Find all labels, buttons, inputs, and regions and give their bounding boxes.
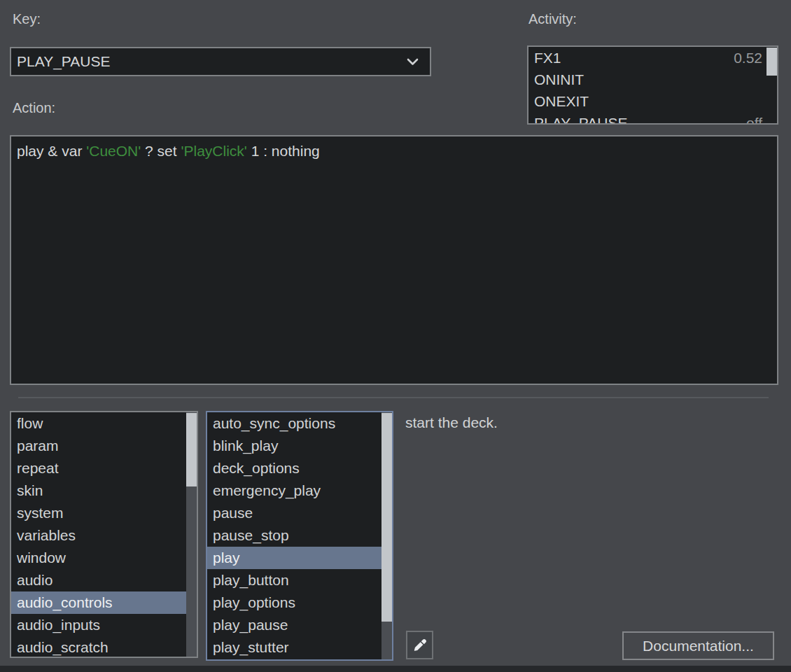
category-list-item-selected[interactable]: audio_controls [11,592,186,614]
category-list-item[interactable]: audio_inputs [11,614,186,636]
activity-key-value: 0.52 [734,47,762,69]
command-description: start the deck. [405,414,498,431]
category-scrollbar-thumb[interactable] [186,413,197,486]
command-list[interactable]: auto_sync_optionsblink_playdeck_optionse… [206,411,393,661]
command-list-rows: auto_sync_optionsblink_playdeck_optionse… [207,412,382,659]
key-label: Key: [13,11,41,27]
command-list-item[interactable]: play_options [207,592,382,614]
eyedropper-icon [412,638,428,653]
activity-rows: FX10.52ONINITONEXITPLAY_PAUSEoff [528,47,766,125]
command-list-item[interactable]: blink_play [207,435,382,457]
command-list-item[interactable]: play_button [207,569,382,592]
command-list-item-selected[interactable]: play [207,547,382,569]
category-list-item[interactable]: param [11,435,186,457]
category-list-item[interactable]: window [11,547,186,569]
activity-row[interactable]: PLAY_PAUSEoff [528,112,766,125]
activity-row[interactable]: ONINIT [528,69,766,90]
command-list-item[interactable]: deck_options [207,457,382,479]
category-scrollbar[interactable] [186,412,197,657]
activity-key-value: off [746,112,762,125]
action-token-string: 'CueON' [86,143,141,159]
command-list-item[interactable]: auto_sync_options [207,412,382,435]
key-select-value: PLAY_PAUSE [17,53,110,70]
action-token-plain: ? set [141,143,181,159]
category-list-item[interactable]: audio_scratch [11,636,186,658]
command-scrollbar-thumb[interactable] [382,413,392,622]
action-token-plain: play & var [17,143,86,159]
documentation-button-label: Documentation... [643,638,754,654]
category-list-rows: flowparamrepeatskinsystemvariableswindow… [11,412,186,658]
activity-row[interactable]: ONEXIT [528,90,766,112]
category-list-item[interactable]: variables [11,524,186,547]
activity-scrollbar-thumb[interactable] [766,48,777,76]
activity-row[interactable]: FX10.52 [528,47,766,69]
activity-key-name: ONINIT [534,69,584,90]
action-label: Action: [13,100,55,116]
activity-key-name: PLAY_PAUSE [534,112,627,125]
activity-key-name: FX1 [534,47,561,69]
activity-label: Activity: [528,11,577,27]
command-list-item[interactable]: pause [207,502,382,524]
action-token-string: 'PlayClick' [181,143,246,159]
category-list-item[interactable]: system [11,502,186,524]
activity-scrollbar[interactable] [766,47,777,123]
chevron-down-icon [407,58,419,66]
command-list-item[interactable]: emergency_play [207,479,382,502]
key-select[interactable]: PLAY_PAUSE [10,47,431,76]
command-scrollbar[interactable] [382,412,392,659]
action-token-plain: 1 : nothing [247,143,320,159]
category-list-item[interactable]: repeat [11,457,186,479]
pick-action-button[interactable] [406,631,433,659]
command-list-item[interactable]: play_stutter [207,636,382,659]
category-list-item[interactable]: audio [11,569,186,592]
command-list-item[interactable]: pause_stop [207,524,382,547]
category-list-item[interactable]: skin [11,479,186,502]
action-editor[interactable]: play & var 'CueON' ? set 'PlayClick' 1 :… [10,135,778,385]
category-list[interactable]: flowparamrepeatskinsystemvariableswindow… [10,411,198,658]
activity-key-name: ONEXIT [534,90,589,112]
category-list-item[interactable]: flow [11,412,186,435]
documentation-button[interactable]: Documentation... [622,631,774,660]
window-bottom-edge [0,666,791,672]
activity-list[interactable]: FX10.52ONINITONEXITPLAY_PAUSEoff [527,46,778,125]
command-list-item[interactable]: play_pause [207,614,382,636]
divider [18,397,769,398]
